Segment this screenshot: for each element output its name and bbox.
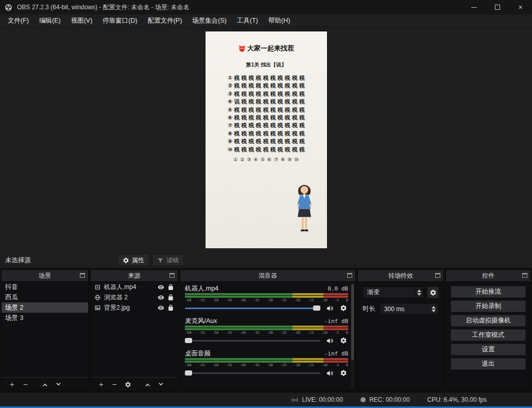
scrollbar-thumb[interactable] <box>351 284 354 360</box>
mute-button[interactable] <box>325 336 334 345</box>
meter-tick: -55 <box>198 363 205 368</box>
mixer-scrollbar[interactable] <box>351 283 354 389</box>
add-source-button[interactable] <box>94 378 108 391</box>
scene-item-selected[interactable]: 场景 2 <box>2 302 88 313</box>
dock-popout-icon[interactable] <box>80 273 85 278</box>
channel-settings-button[interactable] <box>339 369 348 378</box>
media-icon <box>94 284 101 291</box>
spinner-down-icon <box>417 293 421 296</box>
start-streaming-button[interactable]: 开始推流 <box>451 286 526 298</box>
source-label: 机器人.mp4 <box>104 283 136 292</box>
studio-mode-button[interactable]: 工作室模式 <box>451 329 526 341</box>
performance-stats: CPU: 6.4%, 30.00 fps <box>427 396 487 403</box>
source-move-down-button[interactable] <box>154 378 167 391</box>
preview-canvas[interactable]: 大家一起来找茬 第1关 找出【说】 ① 税 税 税 税 税 税 税 税 税 税 … <box>0 27 532 252</box>
sources-toolbar <box>91 377 178 391</box>
minimize-button[interactable] <box>462 0 486 14</box>
transitions-dock-header[interactable]: 转场特效 <box>358 270 443 282</box>
visibility-eye-icon[interactable] <box>158 304 164 311</box>
volume-slider-handle[interactable] <box>313 305 320 311</box>
menu-tools[interactable]: 工具(T) <box>232 14 263 27</box>
source-item[interactable]: 机器人.mp4 <box>91 282 178 292</box>
visibility-eye-icon[interactable] <box>158 294 164 301</box>
dock-popout-icon[interactable] <box>435 273 440 278</box>
remove-scene-button[interactable] <box>19 378 32 391</box>
puzzle-row: ⑦ 税 税 税 税 税 税 税 税 税 税 <box>205 122 327 129</box>
channel-settings-button[interactable] <box>339 336 348 345</box>
duration-input[interactable]: 300 ms <box>380 303 439 315</box>
controls-dock-header[interactable]: 控件 <box>446 270 530 282</box>
meter-tick: -20 <box>294 298 300 303</box>
volume-slider[interactable] <box>185 369 320 377</box>
close-button[interactable]: × <box>509 0 532 14</box>
start-virtual-camera-button[interactable]: 启动虚拟摄像机 <box>451 315 526 327</box>
visibility-eye-icon[interactable] <box>158 284 164 291</box>
scene-item[interactable]: 场景 3 <box>2 313 88 323</box>
scene-item[interactable]: 西瓜 <box>2 292 88 302</box>
chevron-up-icon <box>144 381 151 388</box>
scene-move-up-button[interactable] <box>38 378 52 391</box>
source-label: 浏览器 2 <box>104 293 128 302</box>
meter-tick: -25 <box>280 331 287 335</box>
meter-tick: -5 <box>334 363 338 368</box>
puzzle-row: ② 税 税 税 税 税 税 税 税 税 税 <box>205 82 327 90</box>
exit-button[interactable]: 退出 <box>451 358 526 370</box>
sources-dock-header[interactable]: 来源 <box>91 270 178 282</box>
puzzle-grid: ① 税 税 税 税 税 税 税 税 税 税 ② 税 税 税 税 税 税 税 税 … <box>205 74 327 154</box>
remove-source-button[interactable] <box>108 378 121 391</box>
obs-logo-icon <box>5 4 12 11</box>
channel-settings-button[interactable] <box>339 304 348 313</box>
mute-button[interactable] <box>325 369 334 378</box>
properties-button[interactable]: 属性 <box>117 254 149 266</box>
menu-profile[interactable]: 配置文件(P) <box>143 14 187 27</box>
mute-button[interactable] <box>325 304 334 313</box>
duration-spinner[interactable] <box>432 306 436 312</box>
start-recording-button[interactable]: 开始录制 <box>451 300 526 312</box>
meter-tick: -10 <box>321 298 328 303</box>
transition-select[interactable]: 渐变 <box>363 286 424 298</box>
filter-icon <box>157 257 164 264</box>
meter-tick: -20 <box>294 363 300 368</box>
volume-slider-handle[interactable] <box>185 338 192 343</box>
menu-docks[interactable]: 停靠窗口(D) <box>97 14 142 27</box>
add-scene-button[interactable] <box>5 378 19 391</box>
source-item[interactable]: 浏览器 2 <box>91 292 178 302</box>
dock-popout-icon[interactable] <box>347 273 352 278</box>
scenes-dock-header[interactable]: 场景 <box>2 270 88 282</box>
dock-popout-icon[interactable] <box>522 273 527 278</box>
dock-popout-icon[interactable] <box>169 273 175 278</box>
combo-spinner[interactable] <box>415 287 423 298</box>
live-time: LIVE: 00:00:00 <box>302 396 342 403</box>
no-source-label: 未选择源 <box>0 256 31 265</box>
menu-edit[interactable]: 编辑(E) <box>34 14 66 27</box>
gear-icon <box>123 257 129 264</box>
status-bar: LIVE: 00:00:00 REC: 00:00:00 CPU: 6.4%, … <box>0 393 532 406</box>
source-item[interactable]: 背景2.jpg <box>91 302 178 313</box>
meter-tick: -25 <box>280 363 287 368</box>
scene-item[interactable]: 抖音 <box>2 282 88 292</box>
volume-slider-handle[interactable] <box>185 370 192 376</box>
speaker-icon <box>326 304 334 312</box>
lock-icon[interactable] <box>167 304 174 311</box>
menu-scene-collection[interactable]: 场景集合(S) <box>187 14 232 27</box>
volume-slider[interactable] <box>185 304 320 312</box>
volume-meter <box>185 358 348 363</box>
menu-file[interactable]: 文件(F) <box>3 14 34 27</box>
scene-move-down-button[interactable] <box>52 378 65 391</box>
maximize-button[interactable] <box>486 0 509 14</box>
gear-icon <box>340 337 347 344</box>
volume-slider[interactable] <box>185 337 320 344</box>
lock-icon[interactable] <box>167 294 174 301</box>
menu-view[interactable]: 视图(V) <box>66 14 98 27</box>
meter-tick: -50 <box>212 363 219 368</box>
filters-button[interactable]: 滤镜 <box>152 254 184 266</box>
video-frame[interactable]: 大家一起来找茬 第1关 找出【说】 ① 税 税 税 税 税 税 税 税 税 税 … <box>205 31 327 248</box>
settings-button[interactable]: 设置 <box>451 344 526 355</box>
source-move-up-button[interactable] <box>141 378 154 391</box>
transition-properties-button[interactable] <box>427 286 439 298</box>
menu-help[interactable]: 帮助(H) <box>263 14 295 27</box>
source-properties-button[interactable] <box>121 378 134 391</box>
lock-icon[interactable] <box>167 284 174 291</box>
meter-tick: -15 <box>307 298 314 303</box>
mixer-dock-header[interactable]: 混音器 <box>180 270 355 282</box>
